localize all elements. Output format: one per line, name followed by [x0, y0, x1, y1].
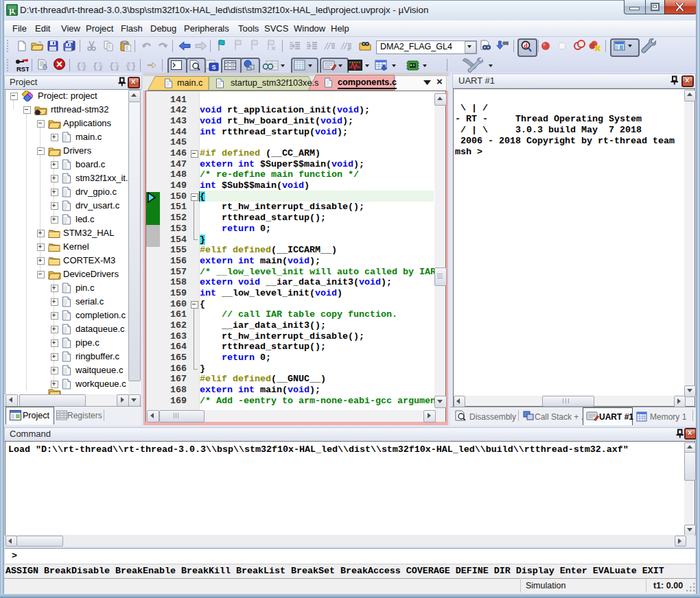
svg-text:d: d: [524, 42, 528, 49]
svg-text:{}: {}: [126, 61, 137, 71]
svg-text:S: S: [211, 64, 215, 71]
svg-text:RST: RST: [16, 65, 29, 73]
